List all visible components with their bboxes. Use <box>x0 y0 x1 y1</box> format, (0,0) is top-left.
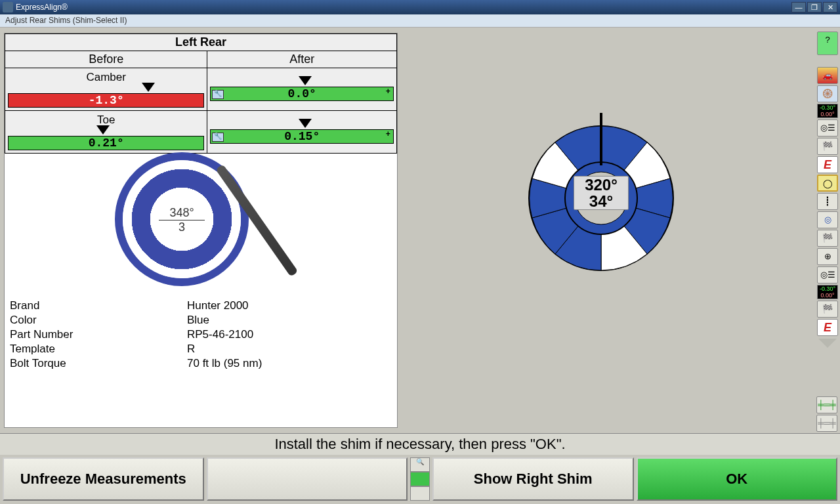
shim-number: 3 <box>159 220 205 234</box>
label-toe: Toe <box>8 114 204 127</box>
col-after: After <box>207 51 397 68</box>
tool-wheel-icon[interactable]: ⊕ <box>817 248 838 265</box>
readout-bot: -0.30°0.00° <box>817 285 838 299</box>
shim-details: BrandHunter 2000 ColorBlue Part NumberRP… <box>10 299 392 371</box>
tool-vehicle-icon[interactable]: 🚗 <box>817 67 838 84</box>
camber-before-gauge: -1.3° <box>8 93 204 108</box>
close-button[interactable]: ✕ <box>823 2 837 12</box>
toe-before-gauge: 0.21° <box>8 136 204 150</box>
axle-front-icon[interactable]: ╪═╪ <box>816 396 837 413</box>
shim-angle: 348° <box>159 206 205 220</box>
table-header: Left Rear <box>5 34 397 51</box>
unfreeze-button[interactable]: Unfreeze Measurements <box>3 457 204 501</box>
shim-illustration: 348° 3 <box>44 154 333 295</box>
camber-after-gauge: +− 🔧 0.0° <box>210 87 394 101</box>
col-before: Before <box>5 51 207 68</box>
wrench-icon: 🔧 <box>212 90 224 99</box>
tool-flag3-icon[interactable]: 🏁 <box>817 301 838 318</box>
screen-subtitle: Adjust Rear Shims (Shim-Select II) <box>0 14 840 28</box>
app-title: ExpressAlign® <box>16 3 791 12</box>
dial-number: 34° <box>574 193 628 209</box>
tool-target-icon[interactable]: ◎ <box>817 211 838 228</box>
axle-rear-icon[interactable]: ╪═╪ <box>816 415 837 432</box>
show-right-shim-button[interactable]: Show Right Shim <box>432 457 634 501</box>
dial-indicator <box>600 113 602 165</box>
tool-axle-icon[interactable]: 🛞 <box>817 85 838 102</box>
ok-button[interactable]: OK <box>637 457 838 501</box>
tool-linkage-icon[interactable]: ┋ <box>817 193 838 210</box>
shim-dial: 320° 34° <box>522 119 680 277</box>
dial-angle: 320° <box>574 177 628 193</box>
center-indicator: 🔍 <box>410 457 430 501</box>
instruction-text: Install the shim if necessary, then pres… <box>0 433 840 455</box>
alignment-table: Left Rear Before After Camber -1.3° <box>5 33 397 154</box>
wrench-icon: 🔧 <box>212 133 224 142</box>
label-camber: Camber <box>8 71 204 84</box>
titlebar: ExpressAlign® — ❐ ✕ <box>0 0 840 14</box>
zoom-icon[interactable]: 🔍 <box>410 457 430 472</box>
help-button[interactable]: ? <box>817 32 838 55</box>
blank-button[interactable] <box>207 457 408 501</box>
right-panel: 320° 34° <box>398 28 840 433</box>
left-panel: Left Rear Before After Camber -1.3° <box>4 33 398 428</box>
tool-flag-icon[interactable]: 🏁 <box>817 138 838 155</box>
app-icon <box>3 2 13 12</box>
toolbar-expand-icon[interactable] <box>818 339 837 348</box>
tool-express2-icon[interactable]: E <box>817 319 838 336</box>
tool-express-icon[interactable]: E <box>817 156 838 173</box>
minimize-button[interactable]: — <box>791 2 806 12</box>
tool-steer2-icon[interactable]: ◎☰ <box>817 266 838 284</box>
tool-steer-icon[interactable]: ◎☰ <box>817 119 838 136</box>
toe-after-gauge: +− 🔧 0.15° <box>210 129 394 144</box>
readout-top: -0.30°0.00° <box>817 104 838 118</box>
tool-shim-icon[interactable]: ◯ <box>817 175 838 192</box>
side-toolbar: ? 🚗 🛞 -0.30°0.00° ◎☰ 🏁 E ◯ ┋ ◎ 🏁 ⊕ ◎☰ -0… <box>816 32 839 349</box>
maximize-button[interactable]: ❐ <box>807 2 822 12</box>
tool-flag2-icon[interactable]: 🏁 <box>817 230 838 247</box>
